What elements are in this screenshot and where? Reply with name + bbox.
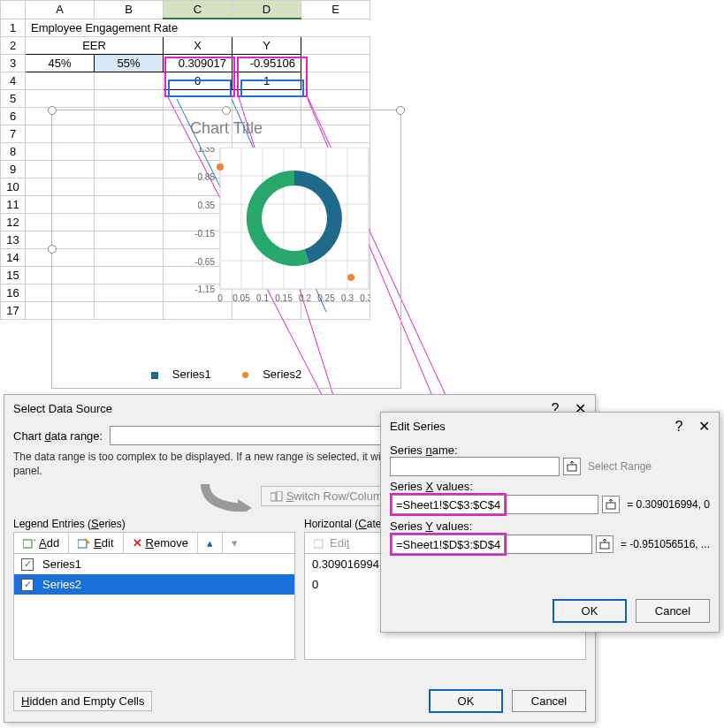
cell-B3[interactable]: 55%: [95, 55, 164, 72]
edit-axis-button[interactable]: Edit: [305, 533, 358, 553]
cell-C3[interactable]: 0.309017: [164, 55, 232, 72]
cell-A4[interactable]: [26, 72, 95, 90]
ytick-3: -0.15: [194, 229, 215, 239]
row-header-15[interactable]: 15: [1, 267, 26, 284]
chart-handle-tr[interactable]: [396, 106, 405, 115]
svg-rect-23: [314, 540, 323, 548]
ytick-1: 0.85: [198, 172, 216, 182]
name-range-selector-icon[interactable]: [563, 458, 581, 475]
xtick-2: 0.1: [256, 293, 269, 303]
series2-checkbox[interactable]: ✓: [21, 579, 34, 591]
row-header-17[interactable]: 17: [1, 302, 26, 320]
ytick-2: 0.35: [198, 201, 216, 210]
embedded-chart[interactable]: Chart Title 1.35 0.85 0.35 -0.15 -0.65 -…: [51, 110, 401, 389]
cell-E3[interactable]: [301, 55, 370, 72]
scatter-point-2: [347, 274, 354, 281]
ytick-5: -1.15: [194, 284, 215, 294]
svg-rect-19: [277, 491, 282, 501]
ytick-0: 1.35: [198, 148, 216, 154]
edit-ok-button[interactable]: OK: [553, 599, 627, 623]
row-header-10[interactable]: 10: [1, 178, 26, 196]
chart-handle-tm[interactable]: [222, 106, 231, 115]
row-header-5[interactable]: 5: [1, 90, 26, 108]
svg-rect-25: [606, 503, 615, 509]
xtick-0: 0: [217, 293, 223, 303]
select-ok-button[interactable]: OK: [429, 689, 503, 713]
svg-text:✦: ✦: [32, 538, 35, 547]
row-header-1[interactable]: 1: [1, 19, 26, 37]
y-range-selector-icon[interactable]: [596, 535, 613, 553]
svg-rect-20: [23, 540, 32, 548]
edit-series-button[interactable]: Edit: [69, 533, 123, 553]
select-cancel-button[interactable]: Cancel: [512, 690, 586, 712]
scatter-point-1: [217, 163, 224, 171]
col-header-E[interactable]: E: [301, 1, 370, 19]
row-header-4[interactable]: 4: [1, 72, 26, 90]
x-range-selector-icon[interactable]: [602, 496, 620, 513]
edit-close-icon[interactable]: ✕: [698, 419, 710, 434]
col-header-D[interactable]: D: [232, 1, 301, 19]
xtick-4: 0.2: [299, 293, 311, 303]
add-series-button[interactable]: ✦ Add: [14, 533, 69, 553]
series-row-2[interactable]: ✓ Series2: [14, 574, 294, 595]
svg-rect-26: [600, 542, 609, 549]
ytick-4: -0.65: [194, 257, 215, 267]
cell-D4[interactable]: 1: [232, 72, 301, 90]
switch-row-column-button[interactable]: Switch Row/Column: [261, 486, 399, 506]
cell-C4[interactable]: 0: [164, 72, 232, 90]
series-x-label: Series X values:: [390, 480, 710, 493]
cell-Y-label[interactable]: Y: [232, 37, 301, 55]
svg-rect-6: [220, 148, 369, 289]
edit-help-icon[interactable]: ?: [674, 419, 682, 434]
cell-B4[interactable]: [95, 72, 164, 90]
chart-handle-ml[interactable]: [48, 245, 57, 254]
edit-cancel-button[interactable]: Cancel: [636, 599, 710, 623]
chart-data-range-label: Chart data range:: [13, 429, 103, 443]
cell-E4[interactable]: [301, 72, 370, 90]
xtick-6: 0.3: [341, 293, 354, 303]
row-header-8[interactable]: 8: [1, 143, 26, 161]
series-y-input[interactable]: [392, 535, 505, 554]
legend-label-s2: Series2: [263, 368, 301, 381]
series-y-label: Series Y values:: [390, 519, 710, 533]
svg-rect-22: [78, 540, 87, 548]
col-header-A[interactable]: A: [26, 1, 95, 19]
cell-EER-label[interactable]: EER: [26, 37, 164, 55]
row-header-13[interactable]: 13: [1, 231, 26, 249]
row-header-3[interactable]: 3: [1, 55, 26, 72]
cell-X-label[interactable]: X: [164, 37, 232, 55]
row-header-9[interactable]: 9: [1, 161, 26, 178]
chart-title[interactable]: Chart Title: [52, 119, 400, 138]
chart-handle-tl[interactable]: [48, 106, 57, 115]
series-name-label: Series name:: [390, 444, 710, 457]
series1-label: Series1: [42, 557, 81, 571]
row-header-6[interactable]: 6: [1, 108, 26, 125]
cell-A1[interactable]: Employee Engagement Rate: [26, 19, 370, 37]
cell-E2[interactable]: [301, 37, 370, 55]
corner-cell[interactable]: [1, 1, 26, 19]
col-header-B[interactable]: B: [95, 1, 164, 19]
remove-series-button[interactable]: ✕Remove: [124, 533, 198, 553]
series-name-input[interactable]: [390, 457, 560, 476]
row-header-14[interactable]: 14: [1, 249, 26, 267]
dialog-edit-series: Edit Series ? ✕ Series name: Select Rang…: [380, 412, 720, 633]
series2-label: Series2: [42, 578, 81, 591]
series-x-result: = 0.309016994, 0: [627, 498, 710, 511]
category-2: 0: [312, 578, 318, 591]
row-header-2[interactable]: 2: [1, 37, 26, 55]
series1-checkbox[interactable]: ✓: [21, 558, 34, 571]
hidden-empty-cells-button[interactable]: Hidden and Empty Cells: [13, 691, 152, 711]
series-y-result: = -0.951056516, ...: [621, 538, 710, 550]
col-header-C[interactable]: C: [164, 1, 232, 19]
row-header-7[interactable]: 7: [1, 125, 26, 143]
series-x-input[interactable]: [392, 495, 505, 514]
move-up-button[interactable]: ▴: [198, 533, 223, 553]
cell-A3[interactable]: 45%: [26, 55, 95, 72]
series-row-1[interactable]: ✓ Series1: [14, 554, 294, 574]
cell-D3[interactable]: -0.95106: [232, 55, 301, 72]
legend-label-s1: Series1: [172, 368, 211, 381]
move-down-button[interactable]: ▾: [223, 533, 247, 553]
row-header-11[interactable]: 11: [1, 196, 26, 214]
row-header-12[interactable]: 12: [1, 214, 26, 231]
row-header-16[interactable]: 16: [1, 284, 26, 302]
